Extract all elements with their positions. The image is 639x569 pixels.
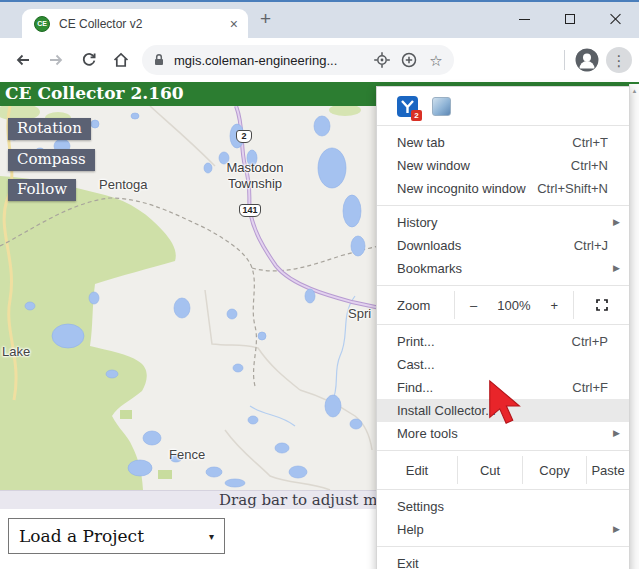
install-plus-icon[interactable]	[400, 51, 418, 69]
minimize-icon	[519, 19, 530, 20]
edit-label: Edit	[377, 456, 457, 484]
close-button[interactable]	[593, 0, 639, 38]
project-select[interactable]: Load a Project ▾	[8, 518, 225, 554]
close-icon	[610, 13, 622, 25]
zoom-out-button[interactable]: –	[470, 298, 477, 313]
address-bar[interactable]: mgis.coleman-engineering... ☆	[142, 45, 454, 75]
bookmark-star-icon[interactable]: ☆	[427, 51, 445, 69]
map-label-pentoga: Pentoga	[99, 177, 147, 192]
menu-item-cast[interactable]: Cast...	[377, 353, 629, 376]
page-scrollbar[interactable]: ▲	[629, 84, 639, 569]
browser-tab[interactable]: CE CE Collector v2 ×	[22, 9, 248, 38]
tab-strip: CE CE Collector v2 × +	[0, 2, 639, 38]
menu-item-new-tab[interactable]: New tab Ctrl+T	[377, 131, 629, 154]
window-controls	[501, 0, 639, 38]
extension-badge: 2	[411, 110, 422, 121]
profile-avatar[interactable]	[575, 48, 599, 72]
menu-item-history[interactable]: History ▶	[377, 211, 629, 234]
select-dropdown-icon: ▾	[209, 531, 214, 542]
paste-button[interactable]: Paste	[586, 456, 629, 484]
menu-item-print[interactable]: Print... Ctrl+P	[377, 330, 629, 353]
extension-icon-2[interactable]	[432, 97, 451, 116]
menu-extension-row: 2	[377, 92, 629, 120]
new-tab-button[interactable]: +	[260, 8, 271, 30]
home-button[interactable]	[111, 50, 131, 70]
menu-item-bookmarks[interactable]: Bookmarks ▶	[377, 257, 629, 280]
menu-item-help[interactable]: Help ▶	[377, 518, 629, 541]
menu-zoom-row: Zoom – 100% +	[377, 291, 629, 319]
follow-button[interactable]: Follow	[8, 179, 76, 201]
menu-divider	[377, 285, 629, 286]
fullscreen-button[interactable]	[574, 291, 629, 319]
minimize-button[interactable]	[501, 0, 547, 38]
site-favicon-icon: CE	[34, 16, 50, 32]
compass-button[interactable]: Compass	[8, 149, 95, 171]
menu-item-exit[interactable]: Exit	[377, 552, 629, 569]
back-button[interactable]	[13, 50, 33, 70]
browser-toolbar: mgis.coleman-engineering... ☆ ⋮	[0, 38, 639, 82]
scrollbar-up-icon[interactable]: ▲	[630, 84, 639, 94]
menu-item-settings[interactable]: Settings	[377, 495, 629, 518]
rotation-button[interactable]: Rotation	[8, 118, 91, 140]
map-label-mastodon-township: Mastodon Township	[205, 160, 305, 191]
project-select-value: Load a Project	[19, 526, 144, 546]
submenu-arrow-icon: ▶	[613, 429, 620, 438]
menu-item-new-window[interactable]: New window Ctrl+N	[377, 154, 629, 177]
map-label-spri: Spri	[348, 306, 371, 321]
zoom-value: 100%	[497, 298, 530, 313]
maximize-button[interactable]	[547, 0, 593, 38]
submenu-arrow-icon: ▶	[613, 525, 620, 534]
zoom-label: Zoom	[377, 291, 454, 319]
reload-button[interactable]	[79, 50, 99, 70]
copy-button[interactable]: Copy	[522, 456, 586, 484]
location-target-icon[interactable]	[373, 51, 391, 69]
map-label-fence: Fence	[169, 447, 205, 462]
submenu-arrow-icon: ▶	[613, 264, 620, 273]
menu-item-new-incognito-window[interactable]: New incognito window Ctrl+Shift+N	[377, 177, 629, 200]
route-shield-us2: 2	[236, 130, 252, 143]
mouse-cursor-arrow	[487, 378, 523, 432]
toolbar-separator	[564, 50, 565, 70]
extension-icon[interactable]: 2	[397, 96, 418, 117]
cut-button[interactable]: Cut	[457, 456, 522, 484]
map-label-lake: Lake	[2, 344, 30, 359]
route-shield-us141: 141	[239, 204, 261, 217]
menu-divider	[377, 546, 629, 547]
menu-item-downloads[interactable]: Downloads Ctrl+J	[377, 234, 629, 257]
tab-close-icon[interactable]: ×	[230, 17, 238, 31]
zoom-in-button[interactable]: +	[550, 298, 558, 313]
menu-divider	[377, 324, 629, 325]
chrome-menu-button[interactable]: ⋮	[606, 47, 632, 73]
menu-divider	[377, 205, 629, 206]
menu-divider	[377, 125, 629, 126]
menu-divider	[377, 450, 629, 451]
tab-title: CE Collector v2	[59, 17, 230, 31]
kebab-icon: ⋮	[612, 53, 627, 68]
menu-edit-row: Edit Cut Copy Paste	[377, 456, 629, 484]
forward-button[interactable]	[46, 50, 66, 70]
lock-icon	[151, 52, 167, 68]
fullscreen-icon	[596, 299, 608, 311]
url-text[interactable]: mgis.coleman-engineering...	[174, 53, 364, 68]
submenu-arrow-icon: ▶	[613, 218, 620, 227]
maximize-icon	[565, 14, 575, 24]
chrome-menu: 2 New tab Ctrl+T New window Ctrl+N New i…	[376, 86, 630, 569]
menu-divider	[377, 489, 629, 490]
browser-window: CE CE Collector v2 × + mgis.coleman-engi…	[0, 0, 639, 569]
